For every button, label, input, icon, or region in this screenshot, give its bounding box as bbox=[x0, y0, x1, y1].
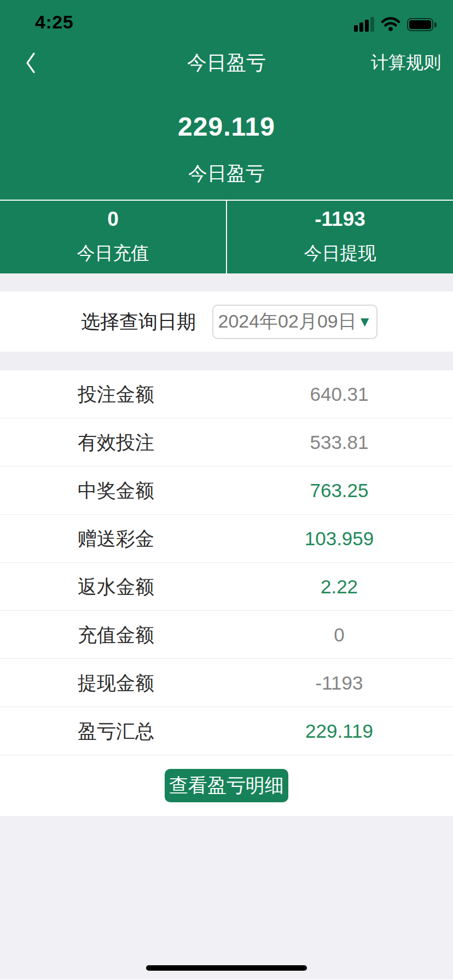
battery-icon bbox=[407, 18, 433, 31]
status-time: 4:25 bbox=[35, 11, 73, 33]
date-filter-label: 选择查询日期 bbox=[81, 309, 196, 335]
row-value: 640.31 bbox=[310, 370, 368, 418]
triangle-down-icon: ▼ bbox=[358, 313, 372, 330]
row-value: -1193 bbox=[316, 659, 363, 707]
today-withdraw-value: -1193 bbox=[227, 207, 453, 231]
row-label: 赠送彩金 bbox=[78, 515, 154, 563]
date-picker[interactable]: 2024年02月09日 ▼ bbox=[212, 305, 378, 339]
status-bar: 4:25 bbox=[0, 0, 453, 35]
row-value: 0 bbox=[334, 611, 344, 659]
row-value: 103.959 bbox=[305, 515, 374, 563]
stats-list: 投注金额640.31有效投注533.81中奖金额763.25赠送彩金103.95… bbox=[0, 370, 453, 755]
row-label: 返水金额 bbox=[78, 563, 154, 611]
table-row: 充值金额0 bbox=[0, 611, 453, 659]
date-filter-row: 选择查询日期 2024年02月09日 ▼ bbox=[0, 291, 453, 352]
date-picker-value: 2024年02月09日 bbox=[218, 309, 356, 334]
row-value: 763.25 bbox=[310, 466, 368, 515]
row-label: 投注金额 bbox=[78, 370, 154, 418]
summary-section: 229.119 今日盈亏 bbox=[0, 84, 453, 185]
row-label: 盈亏汇总 bbox=[78, 707, 154, 755]
row-value: 533.81 bbox=[310, 418, 368, 466]
today-deposit-value: 0 bbox=[0, 207, 226, 231]
section-gap bbox=[0, 273, 453, 291]
today-deposit-block: 0 今日充值 bbox=[0, 201, 226, 273]
view-profit-details-button[interactable]: 查看盈亏明细 bbox=[165, 769, 288, 802]
row-value: 229.119 bbox=[305, 707, 373, 755]
table-row: 赠送彩金103.959 bbox=[0, 515, 453, 563]
row-label: 有效投注 bbox=[78, 418, 154, 466]
today-profit-label: 今日盈亏 bbox=[0, 162, 453, 185]
bottom-area bbox=[0, 816, 453, 979]
today-withdraw-block: -1193 今日提现 bbox=[227, 201, 453, 273]
section-gap bbox=[0, 352, 453, 370]
row-value: 2.22 bbox=[321, 563, 358, 611]
home-indicator[interactable] bbox=[146, 965, 307, 971]
table-row: 提现金额-1193 bbox=[0, 659, 453, 707]
nav-bar: 今日盈亏 计算规则 bbox=[0, 35, 453, 84]
cellular-signal-icon bbox=[354, 17, 374, 32]
table-row: 中奖金额763.25 bbox=[0, 466, 453, 515]
table-row: 盈亏汇总229.119 bbox=[0, 707, 453, 755]
row-label: 充值金额 bbox=[78, 611, 154, 659]
today-profit-amount: 229.119 bbox=[0, 112, 453, 142]
button-band: 查看盈亏明细 bbox=[0, 755, 453, 816]
wifi-icon bbox=[381, 17, 400, 31]
calculation-rules-link[interactable]: 计算规则 bbox=[371, 51, 441, 75]
table-row: 投注金额640.31 bbox=[0, 370, 453, 418]
table-row: 返水金额2.22 bbox=[0, 563, 453, 611]
sub-stats-section: 0 今日充值 -1193 今日提现 bbox=[0, 200, 453, 273]
app-screen: 4:25 今日盈亏 计算规则 bbox=[0, 0, 453, 980]
table-row: 有效投注533.81 bbox=[0, 418, 453, 466]
header: 4:25 今日盈亏 计算规则 bbox=[0, 0, 453, 200]
row-label: 提现金额 bbox=[78, 659, 154, 707]
today-withdraw-label: 今日提现 bbox=[227, 242, 453, 264]
today-deposit-label: 今日充值 bbox=[0, 242, 226, 264]
row-label: 中奖金额 bbox=[78, 466, 154, 515]
status-icons bbox=[354, 17, 433, 33]
